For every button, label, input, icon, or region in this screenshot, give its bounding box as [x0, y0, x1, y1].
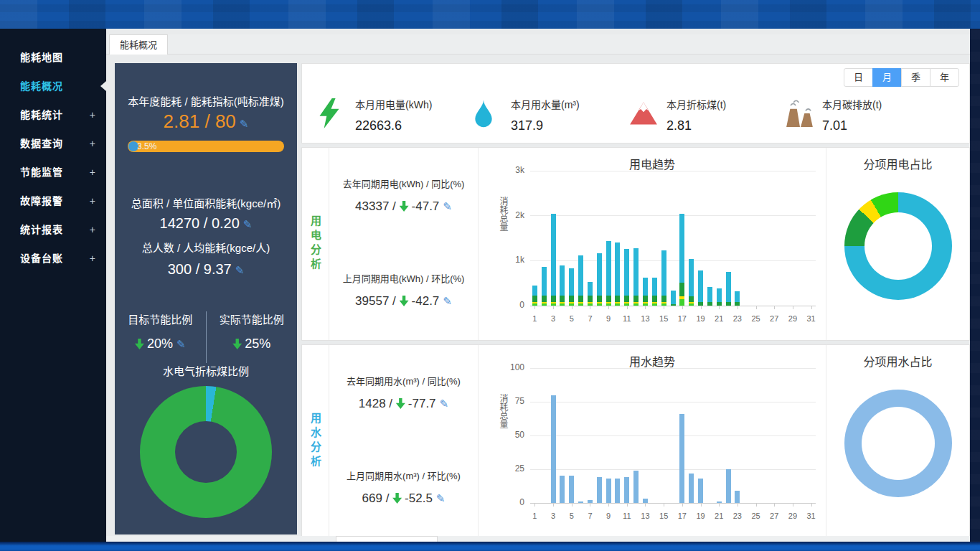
period-button-3[interactable]: 年 — [930, 68, 959, 87]
y-axis-tick-label: 75 — [494, 396, 524, 406]
bar-segment-darkgreen — [624, 296, 629, 302]
bar-segment-yellow — [643, 302, 648, 303]
bar-water-usage — [588, 500, 593, 503]
bar-segment-darkgreen — [578, 296, 583, 302]
water-mom-value: 669 / -52.5✎ — [329, 491, 478, 506]
bar-segment-yellow — [532, 302, 537, 303]
x-axis-tick-label: 23 — [728, 314, 747, 323]
bar-segment-darkgreen — [551, 296, 556, 302]
water-donut-title: 分项用水占比 — [826, 352, 969, 369]
x-axis-tick-label: 31 — [802, 512, 821, 520]
tab-energy-overview[interactable]: 能耗概况 — [109, 34, 168, 55]
progress-label: 3.5% — [137, 141, 156, 151]
edit-icon[interactable]: ✎ — [243, 218, 253, 230]
x-axis-tick-label: 27 — [765, 314, 783, 323]
y-axis-tick-label: 50 — [494, 430, 524, 440]
bar-segment-yellow — [689, 302, 694, 303]
bar-segment-cyan — [698, 270, 703, 302]
target-saving-title: 目标节能比例 — [115, 311, 206, 326]
summary-stat-label: 本月碳排放(t) — [822, 97, 882, 111]
bar-water-usage — [679, 414, 684, 503]
sidebar-item-7[interactable]: 设备台账+ — [0, 244, 106, 273]
down-arrow-icon — [392, 493, 402, 504]
sidebar-item-0[interactable]: 能耗地图 — [0, 43, 106, 72]
lightning-icon — [318, 94, 351, 133]
bar-segment-yellow — [597, 302, 602, 303]
electricity-yoy-stat: 去年同期用电(kWh) / 同比(%) 43337 / -47.7✎ — [329, 176, 478, 214]
bar-segment-cyan — [560, 265, 565, 296]
bar-segment-cyan — [726, 272, 731, 302]
edit-icon[interactable]: ✎ — [436, 492, 446, 504]
x-axis-tick — [682, 503, 683, 507]
water-trend-chart: 用水趋势 消耗总量 025507510013579111315171921232… — [478, 345, 826, 537]
x-axis-tick — [572, 306, 573, 309]
edit-icon[interactable]: ✎ — [235, 264, 245, 276]
x-axis-tick — [719, 503, 720, 507]
bar-segment-cyan — [542, 267, 547, 296]
edit-icon[interactable]: ✎ — [443, 200, 452, 212]
bar-segment-lightgreen — [597, 303, 602, 306]
sidebar-item-1[interactable]: 能耗概况 — [0, 72, 106, 100]
expand-plus-icon[interactable]: + — [90, 187, 96, 215]
expand-plus-icon[interactable]: + — [90, 244, 96, 273]
bottom-band — [0, 542, 980, 551]
bar-segment-cyan — [679, 214, 684, 283]
period-button-0[interactable]: 日 — [844, 68, 873, 87]
bar-segment-cyan — [689, 259, 694, 296]
bar-segment-cyan — [578, 255, 583, 296]
y-axis-tick-label: 100 — [494, 362, 524, 372]
edit-icon[interactable]: ✎ — [440, 397, 449, 410]
annual-energy-title: 本年度能耗 / 能耗指标(吨标准煤) — [115, 93, 297, 108]
x-axis-tick-label: 9 — [599, 314, 618, 323]
expand-plus-icon[interactable]: + — [90, 100, 96, 129]
bar-segment-cyan — [624, 249, 629, 296]
bar-segment-cyan — [735, 291, 740, 302]
water-trend-plot: 0255075100135791113151719212325272931 — [530, 368, 816, 503]
summary-stat-label: 本月折标煤(t) — [666, 97, 726, 111]
edit-icon[interactable]: ✎ — [240, 118, 249, 130]
edit-icon[interactable]: ✎ — [176, 338, 186, 350]
sidebar-item-5[interactable]: 故障报警+ — [0, 187, 106, 215]
tab-strip: 能耗概况 — [106, 34, 970, 55]
electricity-mom-title: 上月同期用电(kWh) / 环比(%) — [329, 271, 478, 285]
expand-plus-icon[interactable]: + — [90, 158, 96, 187]
donut-hole — [862, 407, 935, 480]
sidebar: 能耗地图能耗概况能耗统计+数据查询+节能监管+故障报警+统计报表+设备台账+ — [0, 29, 106, 542]
period-button-2[interactable]: 季 — [901, 68, 930, 87]
sidebar-item-2[interactable]: 能耗统计+ — [0, 100, 106, 129]
x-axis-tick — [756, 306, 757, 309]
bar-segment-lightgreen — [679, 299, 684, 306]
expand-plus-icon[interactable]: + — [90, 129, 96, 158]
bar-segment-yellow — [652, 302, 657, 303]
electricity-section-label: 用电分析 — [302, 148, 329, 340]
electricity-yoy-value: 43337 / -47.7✎ — [329, 199, 478, 214]
bar-segment-cyan — [606, 241, 611, 296]
bar-segment-darkgreen — [671, 304, 676, 306]
x-axis-tick — [553, 306, 554, 309]
period-button-1[interactable]: 月 — [872, 68, 902, 87]
sidebar-item-3[interactable]: 数据查询+ — [0, 129, 106, 158]
x-axis-tick-label: 15 — [654, 314, 673, 323]
bar-segment-yellow — [588, 302, 593, 303]
annual-energy-value: 2.81 / 80✎ — [115, 110, 297, 133]
y-axis-tick-label: 0 — [494, 497, 524, 507]
x-axis-tick — [682, 306, 683, 309]
summary-stat-label: 本月用电量(kWh) — [355, 97, 432, 111]
sidebar-item-6[interactable]: 统计报表+ — [0, 215, 106, 244]
bar-segment-cyan — [569, 268, 574, 296]
people-energy-value: 300 / 9.37✎ — [115, 261, 297, 278]
edit-icon[interactable]: ✎ — [443, 295, 452, 307]
sidebar-item-label: 能耗统计 — [20, 109, 63, 121]
bar-segment-darkgreen — [542, 296, 547, 302]
x-axis-tick-label: 11 — [618, 512, 636, 520]
water-mom-title: 上月同期用水(m³) / 环比(%) — [329, 468, 478, 482]
sidebar-item-label: 统计报表 — [20, 224, 63, 235]
water-section-label: 用水分析 — [302, 345, 329, 537]
mountain-icon — [629, 94, 662, 133]
bar-segment-darkgreen — [643, 296, 648, 302]
savings-row: 目标节能比例 20%✎ 实际节能比例 25% — [115, 307, 297, 372]
period-switch: 日月季年 — [844, 68, 959, 87]
expand-plus-icon[interactable]: + — [90, 215, 96, 244]
annual-energy-number: 2.81 / 80 — [164, 110, 236, 132]
sidebar-item-4[interactable]: 节能监管+ — [0, 158, 106, 187]
